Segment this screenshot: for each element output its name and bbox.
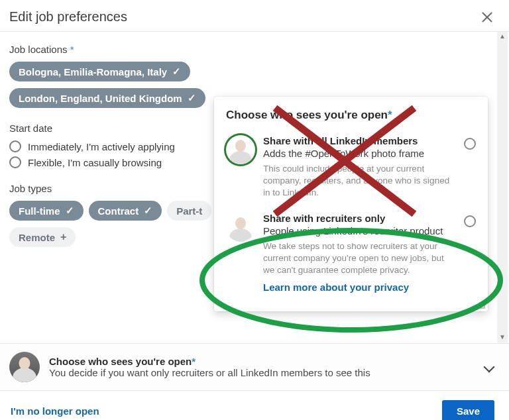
close-icon[interactable] [480, 10, 494, 25]
locations-label: Job locations * [9, 44, 496, 55]
pill-label: Full-time [19, 205, 60, 217]
job-type-pill[interactable]: Contract ✓ [89, 201, 162, 221]
check-icon: ✓ [144, 205, 152, 217]
privacy-link[interactable]: Learn more about your privacy [263, 282, 409, 293]
summary-text: Choose who sees you're open* You decide … [49, 356, 475, 378]
save-button[interactable]: Save [442, 400, 494, 420]
pill-label: London, England, United Kingdom [19, 93, 182, 104]
chevron-down-icon[interactable] [484, 362, 494, 372]
option-desc: This could include people at your curren… [263, 163, 457, 199]
pill-label: Part-t [176, 205, 202, 217]
option-sub: Adds the #OpenToWork photo frame [263, 148, 457, 159]
check-icon: ✓ [66, 205, 74, 217]
pill-label: Remote [19, 232, 55, 243]
radio-label: Immediately, I'm actively applying [28, 141, 175, 152]
scroll-down-icon[interactable]: ▼ [497, 333, 508, 343]
job-type-pill-add[interactable]: Remote + [9, 227, 76, 247]
summary-title-text: Choose who sees you're open [49, 356, 192, 367]
check-icon: ✓ [188, 92, 196, 104]
job-type-pill[interactable]: Full-time ✓ [9, 201, 84, 221]
job-type-pill[interactable]: Part-t [167, 201, 211, 221]
avatar-open-to-work-icon [226, 135, 255, 164]
option-heading: Share with all LinkedIn members [263, 135, 457, 146]
summary-desc: You decide if you want only recruiters o… [49, 367, 475, 378]
pill-label: Contract [98, 205, 139, 217]
avatar-icon [9, 352, 40, 382]
visibility-summary-row[interactable]: Choose who sees you're open* You decide … [0, 343, 509, 391]
scrollbar[interactable]: ▲ ▼ [497, 32, 508, 343]
visibility-option-recruiters[interactable]: Share with recruiters only People using … [226, 213, 476, 293]
required-asterisk: * [192, 356, 196, 367]
popover-title: Choose who sees you're open* [226, 109, 476, 122]
location-pill[interactable]: Bologna, Emilia-Romagna, Italy ✓ [9, 62, 190, 81]
dialog-header: Edit job preferences [0, 0, 509, 32]
popover-title-text: Choose who sees you're open [226, 109, 388, 121]
option-desc: We take steps not to show recruiters at … [263, 240, 457, 277]
required-asterisk: * [70, 44, 74, 55]
avatar-icon [226, 213, 255, 242]
locations-pill-row: Bologna, Emilia-Romagna, Italy ✓ [9, 62, 496, 81]
locations-label-text: Job locations [9, 44, 68, 55]
option-heading: Share with recruiters only [263, 213, 457, 224]
pill-label: Bologna, Emilia-Romagna, Italy [19, 66, 167, 78]
location-pill[interactable]: London, England, United Kingdom ✓ [9, 88, 205, 108]
radio-icon[interactable] [464, 138, 476, 150]
visibility-popover: Choose who sees you're open* Share with … [214, 97, 488, 311]
scroll-up-icon[interactable]: ▲ [497, 32, 508, 42]
option-text: Share with recruiters only People using … [263, 213, 476, 293]
dialog-footer: I'm no longer open Save [0, 391, 509, 420]
radio-icon[interactable] [464, 215, 476, 227]
check-icon: ✓ [172, 66, 181, 78]
radio-label: Flexible, I'm casually browsing [28, 157, 162, 168]
dialog-title: Edit job preferences [9, 9, 127, 25]
no-longer-open-link[interactable]: I'm no longer open [11, 405, 99, 417]
required-asterisk: * [388, 109, 392, 121]
summary-title: Choose who sees you're open* [49, 356, 475, 367]
plus-icon: + [60, 231, 66, 243]
visibility-option-all[interactable]: Share with all LinkedIn members Adds the… [226, 135, 476, 199]
radio-icon [9, 140, 21, 152]
radio-icon [9, 156, 21, 168]
option-text: Share with all LinkedIn members Adds the… [263, 135, 476, 199]
dialog-content: Job locations * Bologna, Emilia-Romagna,… [0, 32, 509, 343]
resize-corner-icon [477, 301, 485, 309]
option-sub: People using LinkedIn's recruiter produc… [263, 225, 457, 236]
